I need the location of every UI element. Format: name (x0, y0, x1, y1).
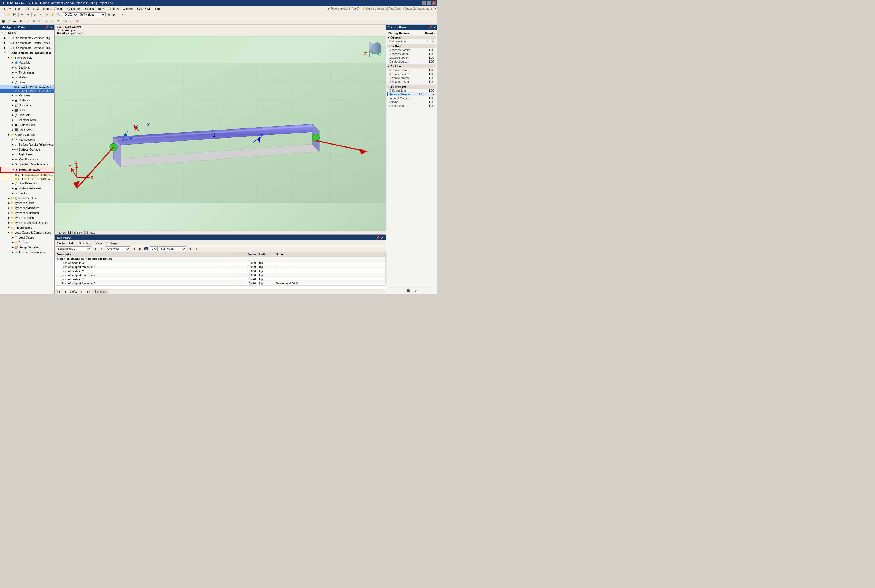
cp-close-icon[interactable]: ✕ (433, 26, 436, 29)
menu-window[interactable]: Window (121, 7, 135, 10)
rl-expander[interactable]: ▶ (11, 153, 14, 156)
last-page-btn[interactable]: ▶| (86, 289, 91, 294)
tb-redo[interactable]: ↪ (25, 12, 31, 18)
close2-button[interactable]: ✕ (434, 7, 436, 10)
tb-print[interactable]: 🖨 (33, 12, 38, 18)
ds-expander[interactable]: ▶ (11, 246, 14, 249)
nav-nodal-release-2[interactable]: 2 - 1 - □□□ □□□□□ | Local xyz | Cφx: 0.0… (0, 177, 54, 181)
nav-members[interactable]: ▼ ═ Members (0, 93, 54, 98)
nav-blocks[interactable]: ▶ ▪ Blocks (0, 191, 54, 196)
sc-expander[interactable]: ▶ (11, 148, 14, 151)
summary-lc-select[interactable]: LC1 (150, 246, 158, 251)
nav-file-3[interactable]: ▶ 📄 Double Members - Member Hinges 3.rf6… (0, 45, 54, 50)
nav-structure-mods[interactable]: ▶ ⚒ Structure Modifications (0, 162, 54, 166)
nav-imperfections[interactable]: ▶ 📁 Imperfections (0, 225, 54, 230)
nav-line-1[interactable]: 1 - 1,2 | Polyline | L: 20.00 ft (0, 85, 54, 89)
tb-save[interactable]: 💾 (12, 12, 18, 18)
nav-result-sections[interactable]: ▶ ≡ Result Sections (0, 157, 54, 162)
menu-view[interactable]: View (31, 7, 41, 10)
tb-line[interactable]: ╱ (6, 19, 12, 24)
menu-tools[interactable]: Tools (96, 7, 106, 10)
nav-materials[interactable]: ▶ 🔷 Materials (0, 60, 54, 65)
nav-pin[interactable]: 📌 (45, 26, 49, 29)
nav-member-sets[interactable]: ▶ ═ Member Sets (0, 117, 54, 122)
summary-view-select[interactable]: Overview (105, 246, 130, 251)
nav-load-cases[interactable]: ▶ 📋 Load Cases (0, 235, 54, 240)
sec-expander[interactable]: ▶ (11, 66, 14, 69)
summary-edit[interactable]: Edit (69, 242, 74, 245)
ac-expander[interactable]: ▶ (11, 250, 14, 254)
nav-special-objects[interactable]: ▼ 📁 Special Objects (0, 132, 54, 137)
tb-new[interactable]: 📄 (0, 12, 6, 18)
nav-file-2[interactable]: ▶ 📄 Double Members - Nodal Releases - FA… (0, 40, 54, 45)
nav-lines[interactable]: ▼ ╱ Lines (0, 80, 54, 85)
tspec-expander[interactable]: ▶ (7, 221, 11, 224)
nav-types-members[interactable]: ▶ 📁 Types for Members (0, 206, 54, 210)
tb-mirror[interactable]: ⊟ (37, 19, 42, 24)
tb-wire[interactable]: ⬡ (69, 19, 74, 24)
lc-expander[interactable]: ▶ (11, 236, 14, 239)
nav-nodes[interactable]: ▶ • Nodes (0, 75, 54, 80)
sols-expander[interactable]: ▶ (11, 128, 14, 131)
tb-z-axis[interactable]: Z (56, 19, 61, 24)
menu-rfem[interactable]: RFEM (1, 7, 13, 10)
cp-bymember-header[interactable]: − By Member (387, 85, 436, 88)
int-expander[interactable]: ▶ (11, 138, 14, 141)
summary-view-next-btn[interactable]: ▶ (138, 246, 143, 252)
sur-expander[interactable]: ▶ (11, 187, 14, 190)
thick-expander[interactable]: ▶ (11, 71, 14, 74)
restore-button[interactable]: □ (431, 7, 433, 10)
nav-types-surfaces[interactable]: ▶ 📁 Types for Surfaces (0, 210, 54, 215)
nav-rigid-links[interactable]: ▶ | Rigid Links (0, 152, 54, 157)
sm-expander[interactable]: ▶ (11, 163, 14, 166)
nav-design-situations[interactable]: ▶ 🎯 Design Situations (0, 245, 54, 250)
tb-next[interactable]: ▶ (111, 12, 117, 18)
ss-expander[interactable]: ▶ (11, 123, 14, 126)
cp-icon-2[interactable]: 🖊 (413, 288, 418, 294)
maximize-button[interactable]: □ (427, 1, 431, 5)
tb-member[interactable]: ▬ (12, 19, 18, 24)
nav-sections[interactable]: ▶ ▭ Sections (0, 65, 54, 70)
nav-surfaces[interactable]: ▶ ◼ Surfaces (0, 98, 54, 103)
nav-thicknesses[interactable]: ▶ ≡ Thicknesses (0, 70, 54, 75)
blk-expander[interactable]: ▶ (11, 192, 14, 195)
menu-edit[interactable]: Edit (22, 7, 31, 10)
summary-tab[interactable]: Summary (92, 289, 109, 294)
menu-options[interactable]: Options (107, 7, 120, 10)
tb-delete[interactable]: ✕ (74, 19, 80, 24)
tb-x-axis[interactable]: X (44, 19, 50, 24)
open-expander[interactable]: ▶ (11, 104, 14, 107)
spec-expander[interactable]: ▼ (7, 133, 11, 136)
tb-y-axis[interactable]: Y (50, 19, 55, 24)
tn-expander[interactable]: ▶ (7, 196, 11, 200)
ms-expander[interactable]: ▶ (11, 118, 14, 122)
ts-expander[interactable]: ▶ (7, 211, 11, 214)
menu-calculate[interactable]: Calculate (66, 7, 81, 10)
sra-expander[interactable]: ▶ (11, 143, 14, 146)
tb-load-type-select[interactable]: Self-weight (78, 12, 105, 17)
cp-byline-header[interactable]: − By Line (387, 64, 436, 68)
nav-openings[interactable]: ▶ ◻ Openings (0, 103, 54, 108)
first-page-btn[interactable]: |◀ (56, 289, 61, 294)
tb-zoom-in[interactable]: 🔍 (56, 12, 61, 18)
summary-settings[interactable]: Settings (106, 242, 117, 245)
nav-rfem[interactable]: ▼ 🗂 RFEM (0, 31, 54, 36)
close-button[interactable]: ✕ (432, 1, 436, 5)
nav-load-cases-folder[interactable]: ▼ 📁 Load Cases & Combinations (0, 230, 54, 235)
rfem-expander[interactable]: ▼ (0, 32, 4, 35)
tso-expander[interactable]: ▶ (7, 216, 11, 219)
nav-types-solids[interactable]: ▶ 📁 Types for Solids (0, 215, 54, 220)
summary-view-prev-btn[interactable]: ◀ (131, 246, 137, 252)
nav-solid-sets[interactable]: ▶ ⬛ Solid Sets (0, 128, 54, 132)
tb-surface[interactable]: ◼ (18, 19, 23, 24)
tb-select[interactable]: ↖ (38, 12, 44, 18)
lines-expander[interactable]: ▼ (11, 81, 14, 84)
nav-file-4-active[interactable]: ▼ 📄 Double Members - Nodal Releases 3.rf… (0, 50, 54, 55)
menu-file[interactable]: File (14, 7, 22, 10)
lr-expander[interactable]: ▶ (11, 182, 14, 185)
file2-expander[interactable]: ▶ (4, 41, 6, 45)
nav-basic-objects[interactable]: ▼ 📁 Basic Objects (0, 55, 54, 60)
menu-cad-bim[interactable]: CAD-BIM (135, 7, 151, 10)
nav-types-nodes[interactable]: ▶ 📁 Types for Nodes (0, 196, 54, 201)
nav-types-special[interactable]: ▶ 📁 Types for Special Objects (0, 220, 54, 225)
